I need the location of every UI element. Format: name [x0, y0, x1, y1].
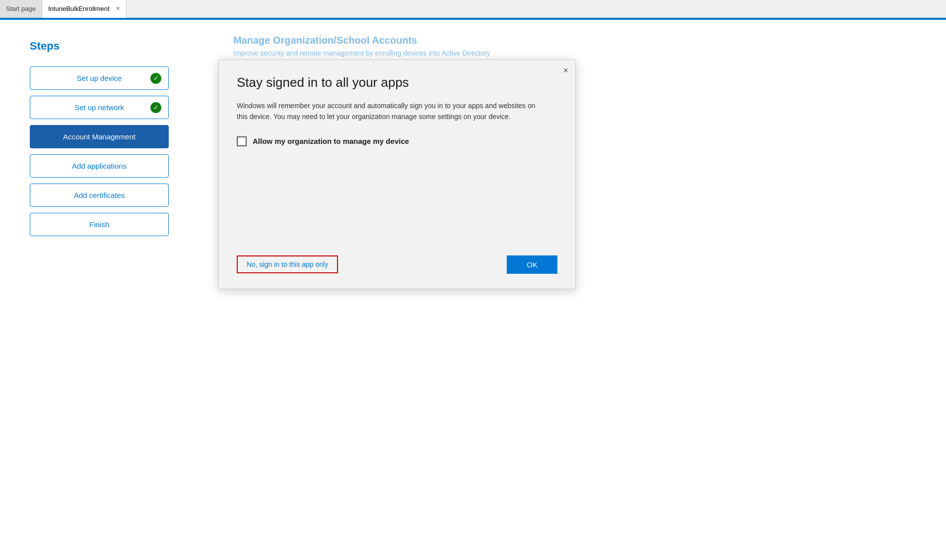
step-set-up-network[interactable]: Set up network ✓: [30, 96, 169, 119]
title-bar: Start page IntuneBulkEnrollment ✕: [0, 0, 946, 18]
manage-device-label: Allow my organization to manage my devic…: [253, 137, 409, 145]
tab-close-icon[interactable]: ✕: [116, 5, 120, 12]
step-set-up-device-label: Set up device: [77, 74, 122, 82]
content-area: Manage Organization/School Accounts Impr…: [213, 20, 946, 560]
step-finish-label: Finish: [89, 220, 109, 229]
manage-device-checkbox[interactable]: [237, 136, 247, 146]
tab-start-page-label: Start page: [6, 5, 36, 12]
modal-footer: No, sign in to this app only OK: [237, 255, 557, 274]
checkbox-row: Allow my organization to manage my devic…: [237, 136, 557, 146]
tab-start-page[interactable]: Start page: [0, 0, 42, 17]
sign-in-app-only-button[interactable]: No, sign in to this app only: [237, 255, 338, 273]
step-account-management-label: Account Management: [63, 132, 135, 141]
step-add-certificates-label: Add certificates: [74, 191, 125, 199]
main-layout: Steps Set up device ✓ Set up network ✓ A…: [0, 20, 946, 560]
tab-intune-label: IntuneBulkEnrollment: [48, 5, 110, 12]
step-set-up-device[interactable]: Set up device ✓: [30, 66, 169, 90]
modal-close-icon: ×: [563, 65, 568, 75]
sign-in-app-only-label: No, sign in to this app only: [247, 260, 328, 268]
modal-dialog: × Stay signed in to all your apps Window…: [218, 60, 576, 289]
modal-body-text: Windows will remember your account and a…: [237, 100, 544, 123]
step-set-up-network-check: ✓: [150, 102, 161, 113]
modal-close-button[interactable]: ×: [563, 66, 568, 75]
step-add-applications[interactable]: Add applications: [30, 154, 169, 178]
sidebar-title: Steps: [30, 40, 184, 53]
step-set-up-network-label: Set up network: [74, 103, 124, 112]
modal-title: Stay signed in to all your apps: [237, 75, 557, 90]
step-add-applications-label: Add applications: [72, 162, 127, 170]
step-finish[interactable]: Finish: [30, 213, 169, 236]
step-add-certificates[interactable]: Add certificates: [30, 184, 169, 207]
step-set-up-device-check: ✓: [150, 73, 161, 84]
tab-intune[interactable]: IntuneBulkEnrollment ✕: [42, 0, 127, 18]
sidebar: Steps Set up device ✓ Set up network ✓ A…: [0, 20, 213, 560]
ok-button[interactable]: OK: [507, 255, 557, 274]
ok-label: OK: [527, 260, 538, 269]
step-account-management[interactable]: Account Management: [30, 125, 169, 148]
